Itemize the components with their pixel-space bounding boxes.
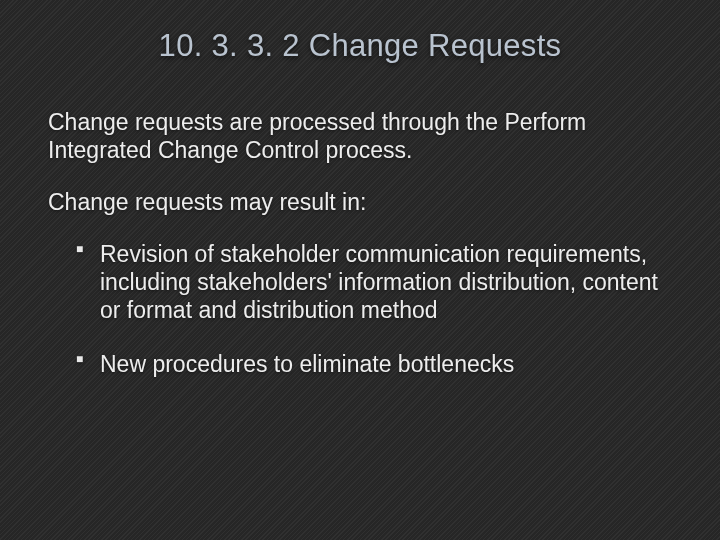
intro-paragraph-2: Change requests may result in:: [48, 188, 672, 216]
list-item: Revision of stakeholder communication re…: [76, 240, 672, 324]
list-item: New procedures to eliminate bottlenecks: [76, 350, 672, 378]
bullet-list: Revision of stakeholder communication re…: [48, 240, 672, 378]
intro-paragraph-1: Change requests are processed through th…: [48, 108, 672, 164]
slide-title: 10. 3. 3. 2 Change Requests: [48, 28, 672, 64]
